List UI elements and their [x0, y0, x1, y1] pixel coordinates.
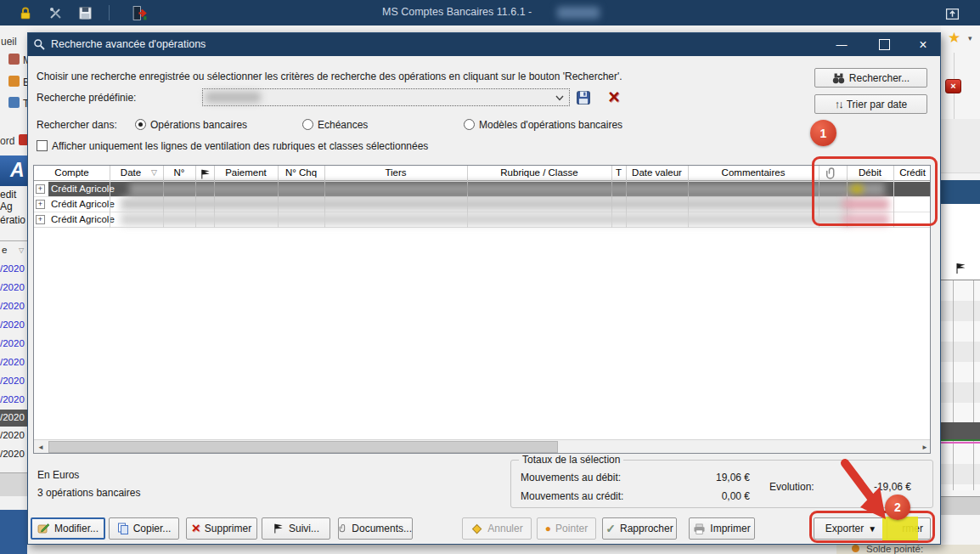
col-header-date[interactable]: Date — [110, 167, 152, 178]
radio-modeles-label[interactable]: Modèles d'opérations bancaires — [479, 119, 622, 131]
col-header-chq[interactable]: N° Chq — [278, 167, 324, 178]
paperclip-icon — [339, 523, 347, 534]
bg-date-row-selected[interactable]: /2020 — [0, 410, 27, 427]
exit-icon[interactable] — [132, 5, 148, 24]
tools-icon[interactable] — [49, 7, 63, 23]
bg-date-row[interactable]: /2020 — [0, 394, 25, 404]
bg-date-row[interactable]: /2020 — [0, 263, 25, 274]
col-header-t[interactable]: T — [611, 167, 626, 178]
operations-tab-partial[interactable]: ératio — [0, 214, 25, 226]
radio-modeles[interactable] — [464, 119, 475, 130]
nav-icon-2[interactable] — [8, 76, 20, 87]
bg-date-row[interactable]: /2020 — [0, 430, 25, 440]
table-row-compte[interactable]: Crédit Agricole — [51, 184, 115, 194]
bg-date-row[interactable]: /2020 — [0, 282, 25, 292]
close-panel-icon[interactable]: × — [945, 79, 961, 93]
floppy-icon — [576, 90, 591, 105]
save-search-button[interactable] — [572, 88, 594, 107]
maximize-button[interactable] — [870, 33, 898, 56]
bg-date-row[interactable]: /2020 — [0, 449, 25, 459]
bg-date-column-header[interactable]: e — [2, 245, 7, 255]
point-button[interactable]: ● Pointer — [537, 517, 596, 540]
pointed-balance-dot-icon — [852, 545, 859, 552]
expand-row-icon[interactable]: + — [36, 184, 45, 194]
reconcile-button[interactable]: ✓ Rapprocher — [602, 517, 677, 540]
bg-bottom-strip: Solde pointé: — [27, 545, 980, 554]
scroll-left-icon[interactable]: ◄ — [37, 444, 44, 451]
hscrollbar-thumb[interactable] — [48, 441, 558, 453]
radio-operations-bancaires-label[interactable]: Opérations bancaires — [150, 119, 247, 131]
scroll-right-icon[interactable]: ► — [921, 444, 928, 451]
cancel-operation-button[interactable]: Annuler — [462, 517, 532, 540]
follow-button[interactable]: Suivi... — [262, 517, 330, 540]
search-icon — [33, 38, 46, 51]
cancel-operation-label: Annuler — [487, 523, 522, 534]
bg-date-row[interactable]: /2020 — [0, 376, 25, 386]
nav-icon-1[interactable] — [8, 54, 20, 65]
sort-by-date-label: Trier par date — [847, 99, 908, 110]
table-hscrollbar[interactable]: ◄ ► — [34, 439, 931, 454]
dialog-instruction: Choisir une recherche enregistrée ou sél… — [37, 71, 622, 82]
col-header-commentaires[interactable]: Commentaires — [688, 167, 819, 178]
copy-button[interactable]: Copier... — [109, 517, 179, 540]
col-header-paiement[interactable]: Paiement — [214, 167, 278, 178]
currency-label: En Euros — [37, 469, 79, 481]
nav-icon-3[interactable] — [8, 97, 20, 108]
favorites-star-icon[interactable]: ★ — [948, 29, 960, 47]
col-header-rubrique[interactable]: Rubrique / Classe — [467, 167, 611, 178]
col-header-tiers[interactable]: Tiers — [324, 167, 467, 178]
ventilation-checkbox[interactable] — [37, 140, 48, 151]
flag-column-icon[interactable] — [200, 168, 211, 180]
table-row-compte[interactable]: Crédit Agricole — [51, 199, 115, 209]
debit-total-value: 19,06 € — [622, 472, 750, 483]
col-header-date-valeur[interactable]: Date valeur — [626, 167, 688, 178]
search-criteria-button[interactable]: Rechercher... — [814, 68, 927, 88]
bg-right-scrollbar[interactable] — [941, 496, 980, 515]
point-label: Pointer — [555, 523, 588, 534]
predefined-search-combobox[interactable] — [202, 88, 570, 106]
toolbar-separator — [109, 5, 110, 20]
bg-right-selected-row[interactable] — [941, 422, 980, 439]
account-name-partial: edit Ag — [0, 189, 27, 212]
delete-x-icon: × — [192, 523, 200, 534]
lock-icon[interactable] — [19, 7, 32, 23]
radio-operations-bancaires[interactable] — [135, 119, 146, 130]
minimize-button[interactable]: — — [828, 33, 855, 56]
bg-date-row[interactable]: /2020 — [0, 319, 25, 330]
printer-icon — [693, 523, 706, 534]
print-button[interactable]: Imprimer — [689, 517, 755, 540]
point-dot-icon: ● — [545, 523, 551, 534]
table-row-compte[interactable]: Crédit Agricole — [51, 214, 115, 224]
save-icon[interactable] — [78, 6, 93, 23]
board-badge-icon — [19, 134, 27, 145]
expand-row-icon[interactable]: + — [36, 200, 45, 209]
credit-total-value: 0,00 € — [622, 490, 750, 502]
radio-echeances-label[interactable]: Echéances — [318, 119, 368, 131]
divider — [0, 240, 27, 241]
bg-date-row[interactable]: /2020 — [0, 338, 25, 348]
col-header-numero[interactable]: N° — [163, 167, 195, 178]
sort-by-date-button[interactable]: ↑↓ Trier par date — [814, 94, 927, 114]
follow-label: Suivi... — [289, 523, 319, 534]
ventilation-checkbox-label[interactable]: Afficher uniquement les lignes de ventil… — [52, 140, 428, 152]
expand-row-icon[interactable]: + — [36, 215, 45, 224]
documents-button[interactable]: Documents... — [338, 517, 413, 540]
nav-item-board-partial[interactable]: ord — [0, 135, 14, 147]
check-icon: ✓ — [605, 522, 616, 535]
restore-window-icon[interactable] — [945, 6, 960, 23]
bg-date-row[interactable]: /2020 — [0, 357, 25, 367]
bg-date-selected-label: /2020 — [0, 412, 25, 422]
col-header-compte[interactable]: Compte — [34, 167, 110, 178]
close-button[interactable]: × — [910, 33, 937, 56]
tab-accueil-partial[interactable]: ueil — [1, 36, 17, 48]
bg-left-scrollbar[interactable] — [0, 472, 27, 496]
favorites-caret-icon[interactable]: ▾ — [968, 34, 972, 42]
pointed-balance-label: Solde pointé: — [866, 545, 923, 554]
radio-echeances[interactable] — [302, 119, 313, 130]
bg-date-row[interactable]: /2020 — [0, 301, 25, 311]
dialog-titlebar[interactable]: Recherche avancée d'opérations — × — [28, 33, 940, 56]
modify-button[interactable]: Modifier... — [31, 517, 105, 540]
bg-right-banner — [941, 180, 980, 204]
delete-search-button[interactable]: × — [601, 88, 627, 107]
delete-button[interactable]: × Supprimer — [186, 517, 257, 540]
